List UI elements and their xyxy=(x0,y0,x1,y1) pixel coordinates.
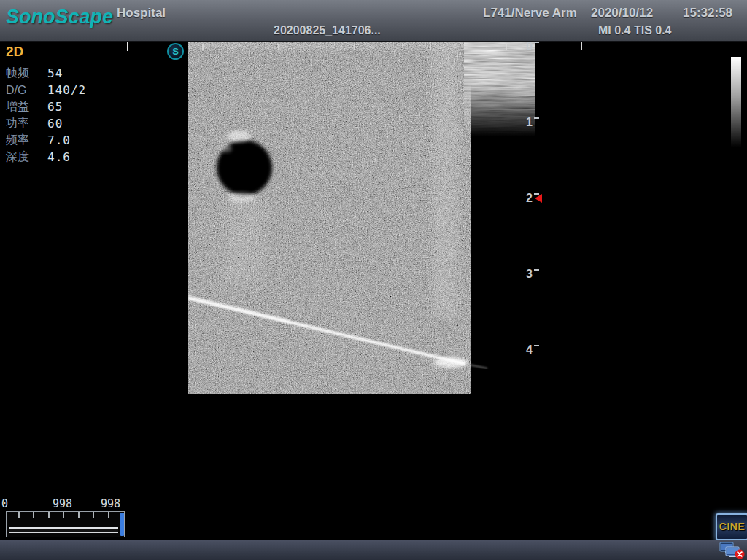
scale-tick xyxy=(202,44,204,50)
depth-dash xyxy=(534,345,539,346)
param-row-power: 功率 60 xyxy=(6,115,115,132)
param-row-depth: 深度 4.6 xyxy=(6,149,115,166)
param-label: 帧频 xyxy=(6,66,47,81)
param-row-dg: D/G 140/2 xyxy=(6,82,115,98)
cine-progress-track[interactable] xyxy=(6,511,125,537)
cine-groove xyxy=(9,527,118,533)
param-label: 频率 xyxy=(6,133,47,148)
system-date: 2020/10/12 xyxy=(591,6,653,20)
exam-id: 20200825_141706... xyxy=(274,24,381,37)
probe-preset: L741/Nerve Arm xyxy=(483,6,577,20)
mode-label: 2D xyxy=(6,44,115,60)
scale-tick xyxy=(354,44,355,50)
system-time: 15:32:58 xyxy=(683,6,732,20)
cine-current-frame: 998 xyxy=(53,497,72,510)
param-label: D/G xyxy=(6,84,47,97)
depth-dash xyxy=(534,269,539,271)
param-row-frame-rate: 帧频 54 xyxy=(6,65,115,82)
network-error-icon[interactable] xyxy=(719,542,746,560)
cine-tick xyxy=(63,512,64,518)
param-value: 7.0 xyxy=(47,133,71,147)
sonoscape-s-icon: S xyxy=(167,43,184,60)
scale-tick xyxy=(278,44,279,50)
param-value: 65 xyxy=(47,100,63,114)
speckle-render xyxy=(188,42,535,394)
param-value: 140/2 xyxy=(47,83,86,97)
depth-label-1: 1 xyxy=(518,116,533,129)
cine-tick xyxy=(93,512,94,518)
top-status-bar: SonoScape Hospital 20200825_141706... L7… xyxy=(0,0,747,42)
ultrasound-b-mode-image[interactable] xyxy=(188,42,535,394)
depth-label-2: 2 xyxy=(518,192,533,205)
scale-tick xyxy=(430,44,431,50)
sonoscape-logo: SonoScape xyxy=(6,6,113,28)
cine-tick xyxy=(48,512,50,518)
depth-label-3: 3 xyxy=(518,268,533,281)
taskbar xyxy=(0,540,747,560)
depth-dash xyxy=(534,117,539,119)
depth-label-0: 0 xyxy=(518,40,533,53)
depth-label-4: 4 xyxy=(518,343,533,357)
top-focus-tick xyxy=(581,42,582,50)
param-label: 增益 xyxy=(6,99,47,114)
cine-button[interactable]: CINE xyxy=(716,513,747,540)
param-row-gain: 增益 65 xyxy=(6,98,115,115)
cine-start-frame: 0 xyxy=(1,497,8,510)
cursor-marker xyxy=(127,42,128,51)
cine-tick xyxy=(18,512,20,518)
cine-total-frames: 998 xyxy=(101,497,120,510)
param-value: 4.6 xyxy=(47,150,71,164)
cine-tick xyxy=(108,512,109,518)
param-value: 54 xyxy=(47,66,63,80)
depth-dash xyxy=(534,42,539,43)
param-row-frequency: 频率 7.0 xyxy=(6,132,115,149)
parameter-panel: 2D 帧频 54 D/G 140/2 增益 65 功率 60 频率 7.0 深度… xyxy=(6,44,115,166)
param-value: 60 xyxy=(47,117,63,131)
focus-marker-triangle[interactable] xyxy=(535,194,542,203)
hospital-name: Hospital xyxy=(117,6,166,20)
param-label: 深度 xyxy=(6,149,47,165)
cine-tick xyxy=(78,512,80,518)
param-label: 功率 xyxy=(6,116,47,131)
mi-tis-readout: MI 0.4 TIS 0.4 xyxy=(598,24,671,37)
scale-tick xyxy=(506,44,507,50)
grayscale-map-bar xyxy=(731,57,741,147)
ultrasound-screen: SonoScape Hospital 20200825_141706... L7… xyxy=(0,0,747,560)
cine-slider-handle[interactable] xyxy=(120,513,124,536)
cine-tick xyxy=(33,512,34,518)
